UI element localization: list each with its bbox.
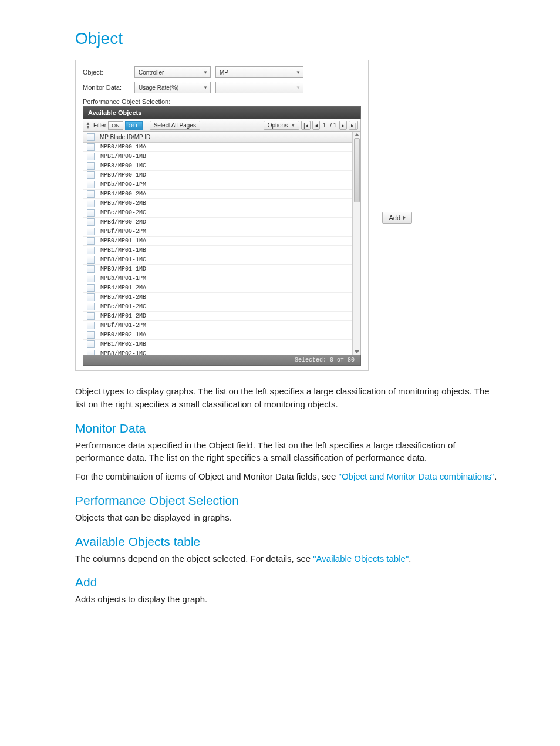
chevron-down-icon: ▼ [291,123,295,127]
row-checkbox[interactable] [87,256,95,264]
table-row[interactable]: MPBf/MP01-2PM [83,321,352,330]
row-checkbox[interactable] [87,265,95,273]
row-checkbox[interactable] [87,190,95,198]
scrollbar[interactable] [352,132,360,355]
column-header-label: MP Blade ID/MP ID [100,134,150,140]
row-checkbox[interactable] [87,162,95,170]
table-row[interactable]: MPBd/MP01-2MD [83,312,352,321]
table-row[interactable]: MPB9/MP01-1MD [83,265,352,274]
table-row[interactable]: MPB5/MP01-2MB [83,293,352,302]
page-title: Object [75,29,501,48]
row-checkbox[interactable] [87,218,95,226]
filter-label: Filter [93,122,106,129]
row-checkbox[interactable] [87,331,95,339]
row-label: MPB8/MP02-1MC [100,350,146,355]
row-checkbox[interactable] [87,350,95,355]
row-label: MPB9/MP00-1MD [100,172,146,178]
page-first-button[interactable]: |◂ [301,121,311,130]
row-label: MPB8/MP01-1MC [100,256,146,263]
row-label: MPB5/MP01-2MB [100,294,146,301]
page-last-button[interactable]: ▸| [349,121,358,130]
row-label: MPB5/MP00-2MB [100,200,146,207]
heading-performance-object-selection: Performance Object Selection [75,494,501,508]
row-checkbox[interactable] [87,237,95,245]
row-checkbox[interactable] [87,153,95,160]
table-row[interactable]: MPB9/MP00-1MD [83,171,352,180]
monitor-left-select[interactable]: Usage Rate(%) ▼ [134,82,211,93]
row-checkbox[interactable] [87,181,95,188]
table-row[interactable]: MPB5/MP00-2MB [83,199,352,208]
select-all-checkbox[interactable] [87,133,95,141]
select-all-pages-button[interactable]: Select All Pages [150,121,200,130]
page-next-button[interactable]: ▸ [339,121,347,130]
row-checkbox[interactable] [87,312,95,320]
row-checkbox[interactable] [87,303,95,310]
monitor-right-select[interactable]: ▼ [215,82,303,93]
filter-off-button[interactable]: OFF [125,121,143,130]
object-right-value: MP [220,69,228,76]
row-label: MPB0/MP00-1MA [100,144,146,150]
filter-on-button[interactable]: ON [108,121,123,130]
row-label: MPBf/MP01-2PM [100,322,146,329]
chevron-right-icon [403,215,406,220]
table-row[interactable]: MPBb/MP00-1PM [83,180,352,190]
row-checkbox[interactable] [87,322,95,329]
table-row[interactable]: MPB4/MP00-2MA [83,190,352,199]
table-row[interactable]: MPB8/MP02-1MC [83,349,352,355]
row-checkbox[interactable] [87,228,95,235]
add-button-label: Add [389,214,400,221]
table-row[interactable]: MPB0/MP02-1MA [83,330,352,340]
table-row[interactable]: MPBf/MP00-2PM [83,227,352,237]
row-checkbox[interactable] [87,293,95,301]
monitor-data-label: Monitor Data: [83,84,134,91]
performance-object-selection-description: Objects that can be displayed in graphs. [75,511,501,524]
filter-expand-icon[interactable]: ▲▼ [86,122,90,129]
chevron-down-icon: ▼ [296,85,301,90]
row-checkbox[interactable] [87,143,95,151]
link-available-objects-table[interactable]: "Available Objects table" [313,553,409,563]
monitor-data-description-1: Performance data specified in the Object… [75,439,501,465]
table-row[interactable]: MPB1/MP00-1MB [83,152,352,161]
page-prev-button[interactable]: ◂ [312,121,320,130]
link-object-monitor-combinations[interactable]: "Object and Monitor Data combinations" [339,471,495,481]
row-checkbox[interactable] [87,171,95,179]
row-label: MPB1/MP01-1MB [100,247,146,254]
table-row[interactable]: MPB4/MP01-2MA [83,283,352,293]
row-checkbox[interactable] [87,247,95,254]
table-row[interactable]: MPB0/MP00-1MA [83,143,352,152]
table-row[interactable]: MPBb/MP01-1PM [83,274,352,283]
table-row[interactable]: MPB8/MP01-1MC [83,255,352,265]
table-row[interactable]: MPB1/MP01-1MB [83,246,352,255]
row-label: MPBc/MP01-2MC [100,303,146,310]
row-checkbox[interactable] [87,200,95,207]
monitor-data-description-2: For the combination of items of Object a… [75,470,501,483]
table-row[interactable]: MPB8/MP00-1MC [83,161,352,171]
table-toolbar: ▲▼ Filter ON OFF Select All Pages Option… [83,119,361,132]
row-label: MPBb/MP01-1PM [100,275,146,282]
column-header[interactable]: MP Blade ID/MP ID [83,132,352,143]
row-checkbox[interactable] [87,275,95,282]
row-label: MPB0/MP01-1MA [100,238,146,244]
table-row[interactable]: MPB1/MP02-1MB [83,340,352,349]
row-label: MPB9/MP01-1MD [100,266,146,272]
scrollbar-thumb[interactable] [354,138,360,202]
row-checkbox[interactable] [87,209,95,217]
row-checkbox[interactable] [87,284,95,292]
table-row[interactable]: MPB0/MP01-1MA [83,237,352,246]
object-left-value: Controller [139,69,164,76]
add-button[interactable]: Add [382,212,412,224]
object-right-select[interactable]: MP ▼ [215,66,303,78]
row-label: MPBd/MP01-2MD [100,313,146,319]
heading-available-objects-table: Available Objects table [75,535,501,549]
row-checkbox[interactable] [87,340,95,348]
chevron-down-icon: ▼ [296,70,301,75]
table-row[interactable]: MPBc/MP01-2MC [83,302,352,312]
available-objects-description: The columns depend on the object selecte… [75,552,501,565]
row-label: MPB4/MP01-2MA [100,285,146,291]
table-row[interactable]: MPBd/MP00-2MD [83,218,352,227]
add-description: Adds objects to display the graph. [75,593,501,606]
selection-status: Selected: 0 of 80 [83,355,361,366]
object-left-select[interactable]: Controller ▼ [134,66,211,78]
options-button[interactable]: Options ▼ [264,121,299,130]
table-row[interactable]: MPBc/MP00-2MC [83,208,352,218]
